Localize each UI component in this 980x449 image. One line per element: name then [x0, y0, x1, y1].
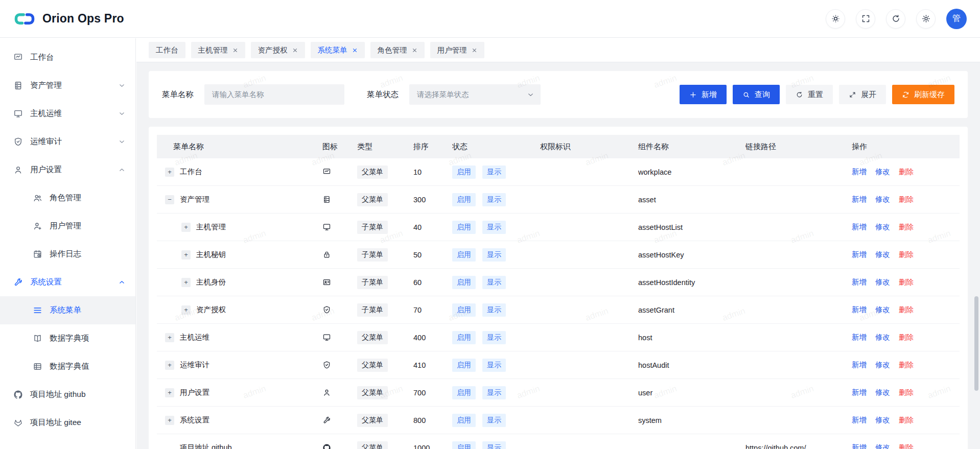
tab-close-icon[interactable]	[472, 48, 477, 53]
tab-system-menu[interactable]: 系统菜单	[311, 42, 365, 58]
row-expander-button[interactable]: +	[165, 416, 174, 425]
row-add-link[interactable]: 新增	[852, 388, 867, 397]
row-edit-link[interactable]: 修改	[875, 222, 890, 232]
sidebar-item-user-settings[interactable]: 用户设置	[0, 156, 135, 184]
tab-role-mgmt[interactable]: 角色管理	[370, 42, 425, 58]
row-add-link[interactable]: 新增	[852, 167, 867, 177]
row-add-link[interactable]: 新增	[852, 277, 867, 287]
fullscreen-button[interactable]	[856, 9, 875, 29]
shield-icon	[13, 137, 23, 147]
row-edit-link[interactable]: 修改	[875, 443, 890, 449]
sidebar-item-label: 用户管理	[50, 221, 81, 231]
menu-name: 主机秘钥	[196, 250, 226, 259]
row-expander-button[interactable]: +	[165, 361, 174, 370]
menu-name-input[interactable]	[204, 84, 344, 105]
row-add-link[interactable]: 新增	[852, 443, 867, 449]
row-expander-button[interactable]: +	[165, 333, 174, 342]
sidebar-item-gitee[interactable]: 项目地址 gitee	[0, 409, 135, 437]
row-edit-link[interactable]: 修改	[875, 415, 890, 425]
row-expander-button[interactable]: +	[181, 250, 191, 259]
refresh-cache-button[interactable]: 刷新缓存	[892, 85, 954, 104]
tab-label: 角色管理	[378, 45, 407, 55]
sidebar-item-ops-audit[interactable]: 运维审计	[0, 128, 135, 156]
row-delete-link[interactable]: 删除	[899, 195, 914, 204]
menu-icon-cell	[322, 278, 357, 287]
row-edit-link[interactable]: 修改	[875, 360, 890, 370]
menu-order-cell: 60	[413, 278, 452, 287]
add-button[interactable]: 新增	[680, 85, 727, 104]
row-edit-link[interactable]: 修改	[875, 333, 890, 342]
row-delete-link[interactable]: 删除	[899, 277, 914, 287]
tab-close-icon[interactable]	[292, 48, 298, 53]
menu-status-select[interactable]: 请选择菜单状态	[409, 84, 541, 105]
row-edit-link[interactable]: 修改	[875, 167, 890, 177]
tab-user-mgmt[interactable]: 用户管理	[430, 42, 484, 58]
menu-type-tag: 父菜单	[357, 441, 388, 449]
sidebar-item-workbench[interactable]: 工作台	[0, 43, 135, 72]
row-expander-button[interactable]: +	[165, 388, 174, 397]
row-add-link[interactable]: 新增	[852, 222, 867, 232]
settings-button[interactable]	[916, 9, 936, 29]
refresh-cache-button-label: 刷新缓存	[914, 90, 945, 100]
sidebar-item-host-ops[interactable]: 主机运维	[0, 100, 135, 128]
menu-icon-cell	[322, 305, 357, 314]
refresh-button[interactable]	[886, 9, 905, 29]
status-enabled-badge: 启用	[452, 331, 476, 344]
row-delete-link[interactable]: 删除	[899, 333, 914, 342]
sidebar-item-op-log[interactable]: 操作日志	[0, 240, 135, 268]
row-edit-link[interactable]: 修改	[875, 305, 890, 315]
page-scrollbar[interactable]	[974, 296, 978, 391]
row-delete-link[interactable]: 删除	[899, 388, 914, 397]
menu-order-cell: 700	[413, 389, 452, 397]
theme-toggle-button[interactable]	[826, 9, 845, 29]
row-actions-cell: 新增修改删除	[852, 333, 960, 342]
row-delete-link[interactable]: 删除	[899, 167, 914, 177]
row-edit-link[interactable]: 修改	[875, 195, 890, 204]
status-enabled-badge: 启用	[452, 248, 476, 262]
row-expander-button[interactable]: −	[165, 195, 174, 204]
sidebar-item-label: 角色管理	[50, 193, 81, 203]
tab-close-icon[interactable]	[232, 48, 238, 53]
row-add-link[interactable]: 新增	[852, 360, 867, 370]
sidebar-item-dict-item[interactable]: 数据字典项	[0, 324, 135, 352]
tab-close-icon[interactable]	[352, 48, 358, 53]
row-add-link[interactable]: 新增	[852, 195, 867, 204]
row-add-link[interactable]: 新增	[852, 415, 867, 425]
row-edit-link[interactable]: 修改	[875, 277, 890, 287]
row-expander-button[interactable]: +	[181, 305, 191, 315]
tab-close-icon[interactable]	[412, 48, 417, 53]
row-delete-link[interactable]: 删除	[899, 250, 914, 259]
menu-type-cell: 子菜单	[357, 276, 413, 289]
sidebar-item-system-settings[interactable]: 系统设置	[0, 268, 135, 296]
row-delete-link[interactable]: 删除	[899, 415, 914, 425]
row-edit-link[interactable]: 修改	[875, 250, 890, 259]
table-body: +工作台父菜单10启用显示workplace新增修改删除−资产管理父菜单300启…	[157, 158, 960, 449]
expand-button[interactable]: 展开	[839, 85, 886, 104]
user-avatar[interactable]: 管	[946, 9, 967, 29]
sidebar-item-dict-value[interactable]: 数据字典值	[0, 352, 135, 381]
column-header: 类型	[357, 142, 413, 152]
tab-host-mgmt[interactable]: 主机管理	[191, 42, 245, 58]
shield-icon	[322, 305, 353, 314]
sidebar-item-role-mgmt[interactable]: 角色管理	[0, 184, 135, 212]
reset-button[interactable]: 重置	[786, 85, 833, 104]
table-card: 菜单名称图标类型排序状态权限标识组件名称链接路径操作 +工作台父菜单10启用显示…	[149, 127, 968, 449]
sidebar-item-system-menu[interactable]: 系统菜单	[0, 296, 135, 324]
sidebar-item-asset-mgmt[interactable]: 资产管理	[0, 72, 135, 100]
search-button[interactable]: 查询	[733, 85, 780, 104]
row-delete-link[interactable]: 删除	[899, 443, 914, 449]
row-expander-button[interactable]: +	[165, 168, 174, 177]
row-add-link[interactable]: 新增	[852, 305, 867, 315]
row-add-link[interactable]: 新增	[852, 250, 867, 259]
tab-asset-grant[interactable]: 资产授权	[251, 42, 305, 58]
sidebar-item-github[interactable]: 项目地址 github	[0, 381, 135, 409]
row-add-link[interactable]: 新增	[852, 333, 867, 342]
row-expander-button[interactable]: +	[181, 223, 191, 232]
sidebar-item-user-mgmt[interactable]: 用户管理	[0, 212, 135, 240]
row-delete-link[interactable]: 删除	[899, 222, 914, 232]
row-expander-button[interactable]: +	[181, 278, 191, 287]
row-edit-link[interactable]: 修改	[875, 388, 890, 397]
tab-workbench[interactable]: 工作台	[149, 42, 185, 58]
row-delete-link[interactable]: 删除	[899, 360, 914, 370]
row-delete-link[interactable]: 删除	[899, 305, 914, 315]
